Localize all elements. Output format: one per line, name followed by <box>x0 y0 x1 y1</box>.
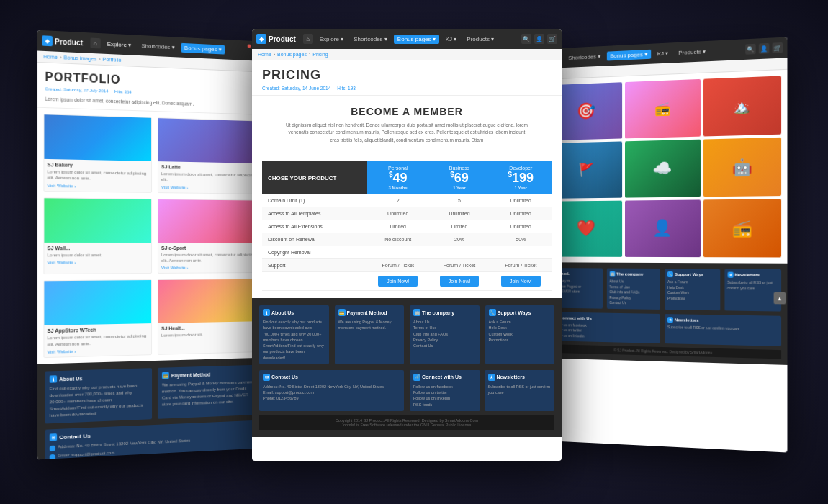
rf-newsletter2-label: Newsletters <box>675 318 699 323</box>
center-home-icon[interactable]: ⌂ <box>303 34 313 44</box>
rf-newsletter-icon: ★ <box>727 272 733 278</box>
rf-support-icon: 🔧 <box>667 271 673 277</box>
right-cart-icon[interactable]: 🛒 <box>773 42 783 53</box>
right-user-icon[interactable]: 👤 <box>759 43 770 54</box>
feature-row-templates: Access to All Templates Unlimited Unlimi… <box>262 207 552 220</box>
pf-support-link-3[interactable]: Custom Work <box>489 331 552 337</box>
plan-business-price: $69 <box>431 171 487 186</box>
right-footer: A thod. & Money m...m to use Paypal oran… <box>544 262 787 365</box>
pf-connect-title: 🔗 Connect with Us <box>413 374 477 381</box>
pf-support-link-2[interactable]: Help Desk <box>489 325 552 330</box>
join-developer-btn[interactable]: Join Now! <box>501 276 541 287</box>
center-bonus[interactable]: Bonus pages ▾ <box>394 35 439 44</box>
visit-link-1[interactable]: Visit Website › <box>44 183 151 192</box>
pf-connect-fb[interactable]: Follow us on facebook <box>413 384 477 390</box>
center-explore[interactable]: Explore ▾ <box>316 35 347 44</box>
pricing-table: CHOSE YOUR PRODUCT Personal $49 3 Months… <box>262 161 552 291</box>
pf-payment-title: 💳 Payment Method <box>338 309 401 316</box>
rf-newsletter-box: ★ Newsletters Subscribe to all RSS or ju… <box>724 269 781 311</box>
rf-newsletter2-text: Subscribe to all RSS or just confirm you… <box>667 325 778 333</box>
rf-company-3[interactable]: Club info and FAQs <box>609 289 657 295</box>
pf-company-link-1[interactable]: About Us <box>413 319 476 325</box>
search-icon[interactable]: 🔍 <box>521 34 531 44</box>
right-shortcodes[interactable]: Shortcodes ▾ <box>565 51 604 62</box>
bc-portfolio[interactable]: Portfolio <box>103 57 122 63</box>
join-personal-btn[interactable]: Join Now! <box>378 276 418 287</box>
gallery-item-5[interactable] <box>625 140 700 198</box>
user-icon[interactable]: 👤 <box>534 34 544 44</box>
rf-support-box: 🔧 Support Ways Ask a Forum Help Desk Cus… <box>665 269 720 310</box>
feature-business-discount: 20% <box>428 233 490 246</box>
right-products[interactable]: Products ▾ <box>675 46 709 57</box>
gallery-item-2[interactable] <box>625 79 700 138</box>
pf-support-link-1[interactable]: Ask a Forum <box>489 319 552 325</box>
center-kj[interactable]: KJ ▾ <box>442 35 461 44</box>
feature-row-domain: Domain Limit (1) 2 5 Unlimited <box>262 194 552 207</box>
center-products[interactable]: Products ▾ <box>463 35 498 44</box>
feature-name-extensions: Access to All Extensions <box>262 220 367 233</box>
feature-personal-templates: Unlimited <box>367 207 428 220</box>
visit-link-4[interactable]: Visit Website › <box>158 266 260 274</box>
pf-company-link-4[interactable]: Privacy Policy <box>413 337 476 343</box>
home-icon[interactable]: ⌂ <box>90 38 100 49</box>
center-bc-pricing[interactable]: Pricing <box>312 52 328 57</box>
rf-support-4[interactable]: Promotions <box>667 296 717 302</box>
pf-company-link-2[interactable]: Terms of Use <box>413 325 476 330</box>
bc-bonus[interactable]: Bonus images <box>63 55 96 61</box>
nav-bonus[interactable]: Bonus pages ▾ <box>181 42 225 54</box>
pricing-hero-title: BECOME A MEMBER <box>266 106 547 117</box>
pf-contact-address: Address: No. 40 Bistra Street 13202 NewY… <box>263 384 400 402</box>
feature-business-support: Forum / Ticket <box>428 259 490 272</box>
payment-title: 💳 Payment Method <box>162 369 255 379</box>
nav-shortcodes[interactable]: Shortcodes ▾ <box>138 40 178 52</box>
scroll-up-btn[interactable]: ▲ <box>774 292 786 305</box>
pf-connect-tw[interactable]: Follow us on twitter <box>413 390 477 395</box>
pf-support-title: 🔧 Support Ways <box>489 309 552 316</box>
rf-connect-box: 🔗 Connect with Us Follow us on facebook … <box>550 312 660 343</box>
pf-connect-box: 🔗 Connect with Us Follow us on facebook … <box>410 370 480 411</box>
center-bc-bonus[interactable]: Bonus pages <box>277 52 307 57</box>
pf-contact-box: ✉ Contact Us Address: No. 40 Bistra Stre… <box>259 370 404 411</box>
portfolio-item-5: SJ AppStore WTech Lorem ipsum dolor sit … <box>43 279 152 358</box>
portfolio-img-health <box>158 279 260 323</box>
visit-link-3[interactable]: Visit Website › <box>44 260 151 268</box>
pf-support-link-4[interactable]: Promotions <box>489 337 552 343</box>
pf-connect-icon: 🔗 <box>413 374 420 381</box>
pf-newsletter-box: ★ Newsletters Subscribe to all RSS or ju… <box>485 370 555 411</box>
pricing-header: PRICING Created: Saturday, 14 June 2014 … <box>252 60 562 96</box>
center-bc-home[interactable]: Home <box>258 52 271 57</box>
rf-company-icon: 🏢 <box>609 271 615 277</box>
pf-connect-li[interactable]: Follow us on linkedin <box>413 395 477 401</box>
rf-company-5[interactable]: Contact Us <box>609 300 657 306</box>
feature-developer-extensions: Unlimited <box>490 220 552 233</box>
right-kj[interactable]: KJ ▾ <box>654 48 672 58</box>
join-business-btn[interactable]: Join Now! <box>440 276 480 287</box>
feature-personal-discount: No discount <box>367 233 428 246</box>
center-shortcodes[interactable]: Shortcodes ▾ <box>350 35 391 44</box>
address-dot <box>50 446 55 452</box>
feature-row-discount: Discount on Renewal No discount 20% 50% <box>262 233 552 246</box>
nav-explore[interactable]: Explore ▾ <box>104 39 135 50</box>
portfolio-item-1: SJ Bakery Lorem ipsum dolor sit amet, co… <box>43 114 152 193</box>
pricing-footer: ℹ About Us Find out exactly why our prod… <box>252 298 562 437</box>
gallery-item-3[interactable] <box>703 76 781 136</box>
item-desc-6: Lorem ipsum dolor sit. <box>158 330 260 341</box>
bc-home[interactable]: Home <box>43 54 57 60</box>
visit-link-2[interactable]: Visit Website › <box>158 185 260 194</box>
pf-company-link-5[interactable]: Contact Us <box>413 343 476 348</box>
join-empty <box>262 272 367 291</box>
rf-newsletter2-title: ★ Newsletters <box>667 317 778 325</box>
pf-company-link-3[interactable]: Club Info and FAQs <box>413 331 476 337</box>
rf-company-title: 🏢 The company <box>609 271 657 277</box>
right-search-icon[interactable]: 🔍 <box>745 44 755 55</box>
right-bonus[interactable]: Bonus pages ▾ <box>607 49 651 60</box>
brand-label: Product <box>55 37 83 47</box>
pf-connect-rss[interactable]: RSS feeds <box>413 402 477 408</box>
cart-icon[interactable]: 🛒 <box>547 34 557 44</box>
plan-developer-price: $199 <box>493 171 549 186</box>
rf-support-title: 🔧 Support Ways <box>667 271 717 278</box>
gallery-item-9[interactable] <box>703 199 781 257</box>
gallery-item-8[interactable] <box>625 199 700 257</box>
feature-name-discount: Discount on Renewal <box>262 233 367 246</box>
gallery-item-6[interactable] <box>703 138 781 197</box>
